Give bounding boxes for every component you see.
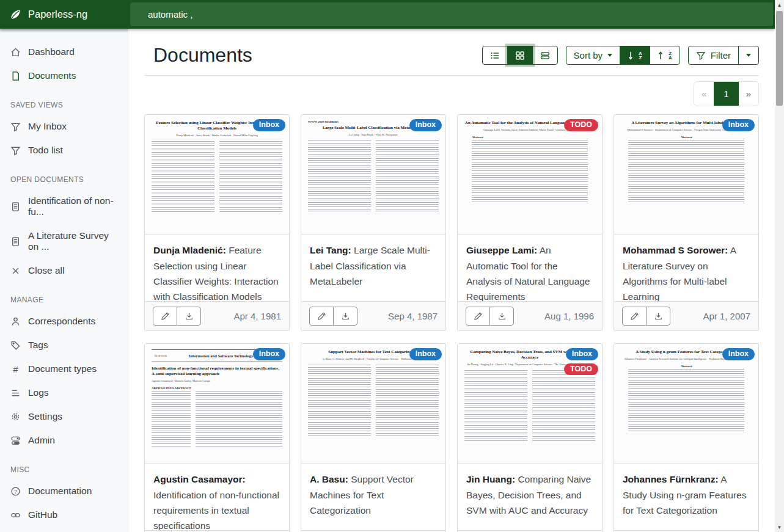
sidebar-item-document-types[interactable]: #Document types — [0, 359, 128, 379]
document-title-link[interactable]: Mohammad S Sorower: A Literature Survey … — [614, 235, 758, 301]
edit-button[interactable] — [466, 307, 490, 326]
document-correspondent: Jin Huang: — [466, 474, 515, 484]
tag-badge-inbox[interactable]: Inbox — [409, 348, 442, 360]
sidebar-item-todo-list[interactable]: Todo list — [0, 140, 128, 160]
document-thumbnail[interactable]: Feature Selection using Linear Classifie… — [145, 115, 289, 235]
filter-dropdown-button[interactable] — [738, 46, 759, 65]
sidebar-item-my-inbox[interactable]: My Inbox — [0, 117, 128, 136]
person-icon — [10, 316, 21, 327]
document-title-link[interactable]: Giuseppe Lami: An Automatic Tool for the… — [458, 235, 602, 301]
sidebar-item-dashboard[interactable]: Dashboard — [0, 42, 128, 62]
edit-button[interactable] — [153, 307, 177, 326]
sidebar-item-documentation[interactable]: ?Documentation — [0, 481, 128, 501]
sidebar-item-identification-of-non-fu[interactable]: Identification of non-fu... — [0, 191, 128, 222]
stacked-cards-icon — [540, 51, 550, 60]
card-footer: Aug 1, 1996 — [458, 301, 602, 330]
tag-badge-inbox[interactable]: Inbox — [253, 119, 285, 131]
document-thumbnail[interactable]: A Study Using n-gram Features for Text C… — [614, 344, 758, 464]
tag-badge-inbox[interactable]: Inbox — [253, 348, 285, 360]
leaf-logo-icon — [9, 8, 22, 21]
list-view-button[interactable] — [482, 46, 508, 65]
tag-badge-inbox[interactable]: Inbox — [722, 348, 755, 360]
tag-badge-inbox[interactable]: Inbox — [409, 119, 442, 131]
edit-button[interactable] — [309, 307, 334, 326]
sidebar-item-admin[interactable]: Admin — [0, 431, 128, 450]
scroll-up-arrow[interactable]: ▲ — [775, 0, 784, 10]
download-button[interactable] — [489, 307, 514, 326]
pencil-icon — [630, 312, 639, 321]
sidebar-item-documents[interactable]: Documents — [0, 66, 128, 86]
document-title-link[interactable]: Johannes Fürnkranz: A Study Using n-gram… — [614, 464, 758, 530]
tag-badge-todo[interactable]: TODO — [564, 119, 598, 131]
file-icon — [10, 71, 21, 81]
document-thumbnail[interactable]: Support Vector Machines for Text Categor… — [301, 344, 445, 464]
grid-icon — [515, 51, 525, 60]
tag-badges: TODO — [564, 119, 598, 131]
search-input[interactable] — [130, 2, 773, 26]
sidebar-item-label: Documentation — [28, 486, 92, 497]
tag-badge-inbox[interactable]: Inbox — [566, 348, 598, 360]
document-thumbnail[interactable]: WWW 2009 MADRID!Large Scale Multi-Label … — [301, 115, 445, 235]
pencil-icon — [474, 312, 483, 321]
grid-view-button[interactable] — [507, 46, 533, 65]
funnel-icon — [696, 51, 706, 60]
sidebar-item-logs[interactable]: Logs — [0, 383, 128, 403]
download-button[interactable] — [177, 307, 201, 326]
document-date: Apr 4, 1981 — [233, 311, 281, 321]
tag-badges: Inbox — [722, 348, 755, 360]
sidebar-item-label: Identification of non-fu... — [28, 195, 117, 217]
sidebar-item-correspondents[interactable]: Correspondents — [0, 312, 128, 331]
document-card-2: WWW 2009 MADRID!Large Scale Multi-Label … — [301, 114, 446, 331]
download-button[interactable] — [646, 307, 670, 326]
sidebar-section-title-saved-views: SAVED VIEWS — [0, 101, 128, 109]
sort-descending-button[interactable]: AZ — [620, 46, 650, 65]
sort-ascending-button[interactable]: ZA — [650, 46, 680, 65]
details-view-button[interactable] — [532, 46, 558, 65]
sidebar-item-github[interactable]: GitHub — [0, 505, 128, 525]
document-thumbnail[interactable]: Comparing Naive Bayes, Decision Trees, a… — [458, 344, 602, 464]
document-title-link[interactable]: A. Basu: Support Vector Machines for Tex… — [301, 464, 445, 530]
thumbnail-text-lines — [308, 140, 439, 211]
document-thumbnail[interactable]: A Literature Survey on Algorithms for Mu… — [614, 115, 758, 235]
document-card-4: A Literature Survey on Algorithms for Mu… — [614, 114, 759, 331]
sidebar-item-label: Logs — [28, 387, 49, 398]
document-correspondent: Lei Tang: — [310, 245, 351, 255]
sort-alpha-down-icon: AZ — [628, 51, 642, 60]
document-correspondent: Giuseppe Lami: — [466, 245, 537, 255]
sidebar-item-label: My Inbox — [28, 121, 67, 132]
top-navbar: Paperless-ng — [0, 0, 775, 29]
edit-button[interactable] — [622, 307, 647, 326]
main-content: Documents — [128, 29, 775, 532]
scrollbar-thumb[interactable] — [776, 11, 783, 106]
filter-button[interactable]: Filter — [688, 46, 739, 65]
sidebar-item-settings[interactable]: Settings — [0, 407, 128, 426]
document-title-link[interactable]: Lei Tang: Large Scale Multi-Label Classi… — [301, 235, 445, 301]
sidebar-item-a-literature-survey-on[interactable]: A Literature Survey on ... — [0, 226, 128, 257]
sidebar-item-label: Tags — [28, 340, 48, 351]
sidebar-item-tags[interactable]: Tags — [0, 335, 128, 355]
download-button[interactable] — [333, 307, 357, 326]
link-icon — [10, 510, 21, 520]
sort-by-button[interactable]: Sort by — [566, 46, 621, 65]
pagination-next[interactable]: » — [739, 82, 758, 106]
pagination-page-1[interactable]: 1 — [714, 82, 738, 106]
document-thumbnail[interactable]: An Automatic Tool for the Analysis of Na… — [458, 115, 602, 235]
toolbar: Sort by AZ ZA — [482, 46, 759, 65]
pagination-prev[interactable]: « — [694, 82, 714, 106]
document-thumbnail[interactable]: ELSEVIER Information and Software Techno… — [145, 344, 289, 464]
document-title-link[interactable]: Agustin Casamayor: Identification of non… — [145, 464, 289, 530]
pagination: « 1 » — [694, 81, 759, 106]
sort-alpha-up-icon: ZA — [658, 51, 672, 60]
scrollbar[interactable]: ▲ ▼ — [775, 0, 784, 532]
pencil-icon — [317, 312, 326, 321]
sidebar-item-close-all[interactable]: Close all — [0, 261, 128, 280]
home-icon — [10, 47, 21, 57]
tag-badge-todo[interactable]: TODO — [564, 363, 598, 376]
scroll-down-arrow[interactable]: ▼ — [775, 522, 784, 532]
sidebar-item-logout[interactable]: Logout — [0, 529, 128, 532]
document-title-link[interactable]: Dunja Mladenić: Feature Selection using … — [145, 235, 289, 301]
document-date: Apr 1, 2007 — [703, 311, 750, 321]
document-title-link[interactable]: Jin Huang: Comparing Naive Bayes, Decisi… — [458, 464, 602, 530]
brand[interactable]: Paperless-ng — [0, 8, 128, 21]
tag-badge-inbox[interactable]: Inbox — [722, 119, 755, 131]
